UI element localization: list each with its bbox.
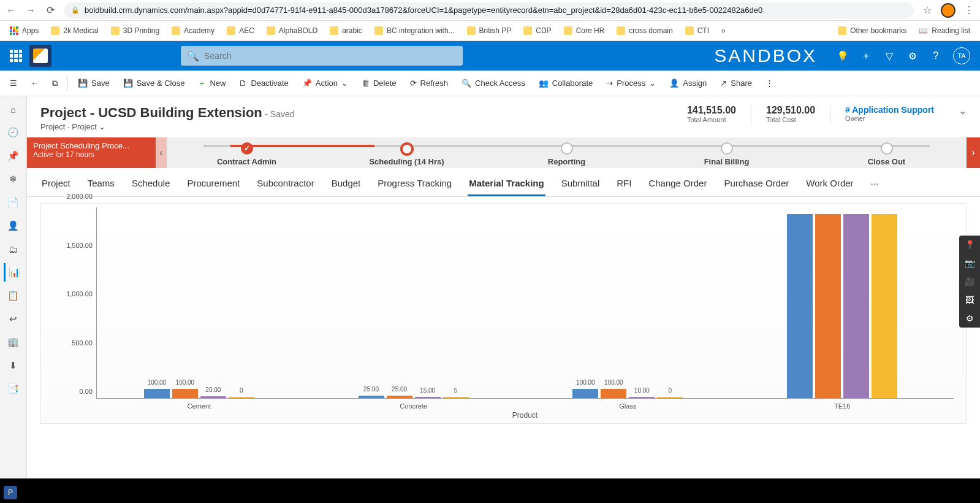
reading-list[interactable]: 📖 Reading list: [914, 24, 975, 37]
tab-rfi[interactable]: RFI: [615, 172, 632, 196]
refresh-button[interactable]: ⟳Refresh: [404, 75, 455, 91]
tab-subcontractor[interactable]: Subcontractor: [256, 172, 315, 196]
bookmark-item[interactable]: 3D Printing: [106, 24, 164, 37]
tab-schedule[interactable]: Schedule: [131, 172, 172, 196]
lightbulb-icon[interactable]: 💡: [837, 50, 849, 62]
expand-header-button[interactable]: ⌄: [959, 105, 967, 117]
deactivate-button[interactable]: 🗋Deactivate: [233, 75, 294, 91]
star-icon[interactable]: ☆: [921, 4, 933, 17]
chart-bar[interactable]: 25.00: [387, 396, 412, 398]
delete-button[interactable]: 🗑Delete: [355, 75, 403, 91]
bpf-stage[interactable]: Final Billing: [647, 140, 807, 166]
chart-bar[interactable]: 100.00: [144, 389, 170, 398]
bookmark-item[interactable]: AlphaBOLD: [262, 24, 322, 37]
chart-bar[interactable]: [787, 214, 813, 398]
tab-purchase-order[interactable]: Purchase Order: [723, 172, 790, 196]
bookmark-item[interactable]: BC integration with...: [370, 24, 460, 37]
filter-icon[interactable]: ▽: [883, 50, 895, 62]
add-icon[interactable]: ＋: [860, 50, 872, 62]
bpf-active-flag[interactable]: Project Scheduling Proce... Active for 1…: [27, 137, 156, 168]
bookmark-item[interactable]: CTI: [680, 24, 714, 37]
tab-budget[interactable]: Budget: [330, 172, 362, 196]
forward-button[interactable]: →: [25, 4, 37, 17]
bookmark-item[interactable]: AEC: [222, 24, 259, 37]
rail-item-icon[interactable]: ❄: [4, 170, 23, 188]
profile-avatar[interactable]: [941, 3, 955, 18]
rail-pinned-icon[interactable]: 📌: [4, 147, 23, 165]
chart-bar[interactable]: 100.00: [572, 389, 598, 398]
other-bookmarks[interactable]: Other bookmarks: [833, 24, 911, 37]
reload-button[interactable]: ⟳: [44, 4, 56, 17]
app-logo[interactable]: [29, 45, 51, 67]
bookmark-item[interactable]: British PP: [462, 24, 517, 37]
chart-bar[interactable]: 100.00: [172, 389, 198, 398]
user-avatar[interactable]: TA: [953, 47, 970, 64]
rail-item-icon[interactable]: 🗂: [4, 240, 23, 258]
rail-item-icon[interactable]: ↩: [4, 310, 23, 328]
chart-bar[interactable]: 10.00: [629, 397, 655, 398]
save-button[interactable]: 💾Save: [72, 75, 116, 91]
action-button[interactable]: 📌Action⌄: [296, 75, 354, 91]
taskbar-badge[interactable]: P: [4, 486, 17, 499]
address-bar[interactable]: 🔒 boldbuild.crm.dynamics.com/main.aspx?a…: [64, 2, 914, 18]
chart-bar[interactable]: [872, 214, 897, 398]
assign-button[interactable]: 👤Assign: [663, 75, 713, 91]
chart-bar[interactable]: 20.00: [200, 396, 226, 398]
kpi-owner[interactable]: # Application SupportOwner: [845, 105, 934, 122]
tab-work-order[interactable]: Work Order: [805, 172, 854, 196]
bpf-prev-button[interactable]: ‹: [156, 137, 167, 168]
bpf-stage[interactable]: Reporting: [487, 140, 647, 166]
global-search[interactable]: 🔍: [181, 46, 463, 66]
rail-item-icon[interactable]: 📄: [4, 193, 23, 212]
chart-bar[interactable]: 5: [443, 397, 469, 398]
kebab-icon[interactable]: ⋮: [963, 4, 975, 17]
rail-item-icon[interactable]: 📋: [4, 286, 23, 305]
chart-bar[interactable]: [843, 214, 869, 398]
share-button[interactable]: ↗Share: [714, 75, 758, 91]
chart-bar[interactable]: 0: [229, 397, 254, 398]
tab-overflow[interactable]: ···: [870, 172, 880, 196]
rail-item-icon[interactable]: 🏢: [4, 333, 23, 351]
overflow-button[interactable]: ⋮: [759, 75, 780, 91]
tool-camera-icon[interactable]: 📷: [959, 254, 980, 272]
tab-change-order[interactable]: Change Order: [647, 172, 708, 196]
process-button[interactable]: ⇢Process⌄: [600, 75, 662, 91]
back-record-button[interactable]: ←: [25, 75, 45, 91]
chart-bar[interactable]: [815, 214, 841, 398]
tool-pin-icon[interactable]: 📍: [959, 236, 980, 254]
tool-image-icon[interactable]: 🖼: [959, 291, 980, 309]
new-button[interactable]: ＋New: [192, 74, 232, 93]
tool-video-icon[interactable]: 🎥: [959, 272, 980, 291]
rail-recent-icon[interactable]: 🕘: [4, 123, 23, 142]
tab-progress-tracking[interactable]: Progress Tracking: [376, 172, 453, 196]
back-button[interactable]: ←: [5, 4, 17, 17]
help-icon[interactable]: ?: [930, 50, 942, 62]
rail-item-icon[interactable]: 📊: [4, 263, 23, 282]
tool-gear-icon[interactable]: ⚙: [959, 309, 980, 328]
bookmark-item[interactable]: Core HR: [559, 24, 610, 37]
app-launcher-icon[interactable]: [10, 50, 22, 62]
apps-shortcut[interactable]: Apps: [5, 24, 44, 37]
collaborate-button[interactable]: 👥Collaborate: [533, 75, 599, 91]
bookmark-item[interactable]: 2k Medical: [46, 24, 103, 37]
chevron-down-icon[interactable]: ⌄: [99, 122, 105, 131]
check-access-button[interactable]: 🔍Check Access: [455, 75, 531, 91]
rail-item-icon[interactable]: ⬇: [4, 356, 23, 375]
rail-item-icon[interactable]: 📑: [4, 380, 23, 398]
bpf-next-button[interactable]: ›: [967, 137, 980, 168]
bookmark-item[interactable]: CDP: [518, 24, 556, 37]
chart-bar[interactable]: 0: [657, 397, 683, 398]
hamburger-button[interactable]: ☰: [4, 75, 23, 91]
bpf-stage[interactable]: Scheduling (14 Hrs): [327, 140, 487, 166]
chart-bar[interactable]: 25.00: [359, 396, 384, 398]
tab-submittal[interactable]: Submittal: [560, 172, 601, 196]
rail-home-icon[interactable]: ⌂: [4, 100, 23, 118]
tab-material-tracking[interactable]: Material Tracking: [468, 172, 545, 196]
save-close-button[interactable]: 💾Save & Close: [117, 75, 191, 91]
chart-bar[interactable]: 15.00: [415, 397, 441, 398]
bpf-stage[interactable]: Contract Admin: [167, 140, 327, 166]
tab-procurement[interactable]: Procurement: [186, 172, 241, 196]
bookmark-item[interactable]: Academy: [167, 24, 219, 37]
bpf-stage[interactable]: Close Out: [807, 140, 967, 166]
bookmark-item[interactable]: cross domain: [612, 24, 677, 37]
